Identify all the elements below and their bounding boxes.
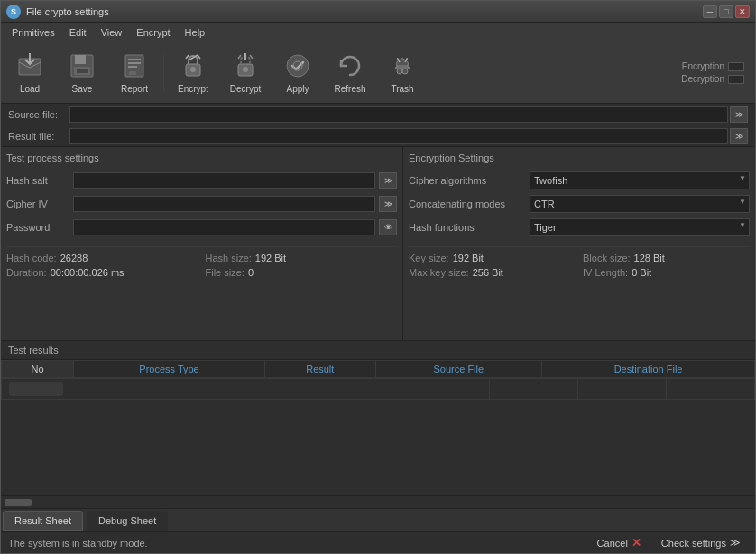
- result-file-browse-button[interactable]: ≫: [730, 128, 748, 144]
- row-no: [2, 379, 401, 400]
- results-scroll[interactable]: [1, 378, 755, 495]
- col-result: Result: [265, 361, 375, 378]
- toolbar-status: Encryption Decryption: [681, 61, 751, 84]
- svg-point-11: [190, 67, 196, 72]
- menu-view[interactable]: View: [94, 25, 130, 40]
- decryption-indicator: Decryption: [681, 74, 744, 84]
- left-panel-title: Test process settings: [6, 152, 397, 163]
- result-file-label: Result file:: [8, 131, 69, 142]
- encrypt-icon: [179, 51, 207, 80]
- menu-help[interactable]: Help: [178, 25, 213, 40]
- svg-point-14: [287, 55, 309, 77]
- apply-button[interactable]: Apply: [272, 46, 323, 100]
- duration-item: Duration: 00:00:00.026 ms: [6, 267, 198, 278]
- svg-rect-4: [77, 69, 88, 73]
- load-icon: [15, 51, 44, 80]
- password-toggle[interactable]: 👁: [379, 219, 397, 235]
- svg-rect-9: [129, 71, 136, 75]
- main-panels: Test process settings Hash salt ≫ Cipher…: [1, 147, 755, 340]
- window-title: File crypto settings: [26, 6, 703, 17]
- tab-result-sheet[interactable]: Result Sheet: [3, 511, 83, 531]
- encryption-indicator: Encryption: [682, 61, 744, 71]
- result-file-input[interactable]: [69, 128, 728, 144]
- password-label: Password: [6, 222, 69, 233]
- max-key-size-item: Max key size: 256 Bit: [409, 267, 576, 278]
- hash-func-select[interactable]: Tiger SHA256 MD5: [530, 218, 750, 236]
- cipher-iv-input[interactable]: [73, 196, 375, 212]
- content-area: Source file: ≫ Result file: ≫ Test proce…: [1, 104, 755, 508]
- check-settings-button[interactable]: Check settings ≫: [654, 535, 748, 550]
- enc-info-grid: Key size: 192 Bit Block size: 128 Bit Ma…: [409, 246, 750, 283]
- block-size-item: Block size: 128 Bit: [583, 253, 750, 263]
- svg-rect-6: [128, 59, 141, 60]
- hash-func-row: Hash functions Tiger SHA256 MD5: [409, 217, 750, 237]
- svg-point-16: [397, 69, 402, 74]
- encrypt-button[interactable]: Encrypt: [168, 46, 218, 100]
- row-source: [578, 379, 667, 400]
- status-bar: The system is in standby mode. Cancel ✕ …: [1, 531, 755, 553]
- decrypt-button[interactable]: Decrypt: [220, 46, 271, 100]
- svg-rect-2: [75, 55, 86, 64]
- result-file-row: Result file: ≫: [1, 125, 755, 147]
- svg-point-13: [243, 67, 248, 72]
- hash-salt-label: Hash salt: [6, 175, 69, 186]
- encryption-status-box: [728, 62, 744, 71]
- concat-mode-wrapper: CTR CBC ECB: [530, 195, 750, 213]
- menu-encrypt[interactable]: Encrypt: [129, 25, 177, 40]
- hash-salt-input[interactable]: [73, 172, 375, 189]
- col-destination-file: Destination File: [542, 361, 755, 378]
- results-title: Test results: [1, 341, 755, 360]
- decrypt-icon: [231, 51, 260, 80]
- cipher-algo-wrapper: Twofish AES Blowfish: [530, 171, 750, 189]
- status-actions: Cancel ✕ Check settings ≫: [590, 534, 748, 551]
- results-area: Test results No Process Type Result Sour…: [1, 340, 755, 508]
- file-size-item: File size: 0: [206, 267, 398, 278]
- status-text: The system is in standby mode.: [8, 538, 148, 549]
- col-source-file: Source File: [375, 361, 542, 378]
- source-file-input[interactable]: [69, 106, 728, 123]
- maximize-button[interactable]: □: [719, 5, 733, 18]
- report-button[interactable]: Report: [109, 46, 160, 100]
- svg-point-17: [402, 69, 408, 74]
- hash-func-label: Hash functions: [409, 222, 526, 233]
- password-row: Password 👁: [6, 217, 397, 237]
- table-row: [2, 379, 755, 400]
- scroll-thumb[interactable]: [5, 499, 32, 506]
- horizontal-scrollbar[interactable]: [1, 495, 755, 508]
- left-panel: Test process settings Hash salt ≫ Cipher…: [1, 147, 403, 340]
- decryption-status-box: [728, 75, 744, 84]
- main-window: S File crypto settings ─ □ ✕ Primitives …: [0, 0, 756, 554]
- minimize-button[interactable]: ─: [703, 5, 717, 18]
- cancel-button[interactable]: Cancel ✕: [590, 534, 649, 551]
- cancel-x-icon: ✕: [632, 536, 641, 549]
- save-button[interactable]: Save: [57, 46, 107, 100]
- trash-icon: [388, 51, 417, 80]
- report-icon: [120, 51, 149, 80]
- cipher-algo-select[interactable]: Twofish AES Blowfish: [530, 171, 750, 189]
- source-file-browse-button[interactable]: ≫: [730, 106, 748, 123]
- cipher-algo-label: Cipher algorithms: [409, 175, 526, 186]
- refresh-button[interactable]: Refresh: [325, 46, 375, 100]
- menu-edit[interactable]: Edit: [62, 25, 94, 40]
- load-button[interactable]: Load: [5, 46, 55, 100]
- iv-length-item: IV Length: 0 Bit: [583, 267, 750, 278]
- cipher-iv-browse[interactable]: ≫: [379, 196, 397, 212]
- toolbar: Load Save: [1, 42, 755, 104]
- password-input[interactable]: [73, 219, 375, 235]
- menu-primitives[interactable]: Primitives: [5, 25, 62, 40]
- tab-debug-sheet[interactable]: Debug Sheet: [87, 511, 168, 531]
- left-info-grid: Hash code: 26288 Hash size: 192 Bit Dura…: [6, 246, 397, 283]
- concat-mode-row: Concatenating modes CTR CBC ECB: [409, 194, 750, 214]
- source-file-row: Source file: ≫: [1, 104, 755, 125]
- trash-button[interactable]: Trash: [377, 46, 428, 100]
- hash-salt-browse[interactable]: ≫: [379, 172, 397, 189]
- close-button[interactable]: ✕: [735, 5, 750, 18]
- svg-rect-8: [128, 66, 137, 68]
- cipher-iv-row: Cipher IV ≫: [6, 194, 397, 214]
- cipher-iv-label: Cipher IV: [6, 199, 69, 209]
- hash-salt-row: Hash salt ≫: [6, 171, 397, 190]
- refresh-icon: [336, 51, 364, 80]
- concat-mode-label: Concatenating modes: [409, 199, 526, 209]
- concat-mode-select[interactable]: CTR CBC ECB: [530, 195, 750, 213]
- hash-size-item: Hash size: 192 Bit: [206, 253, 398, 263]
